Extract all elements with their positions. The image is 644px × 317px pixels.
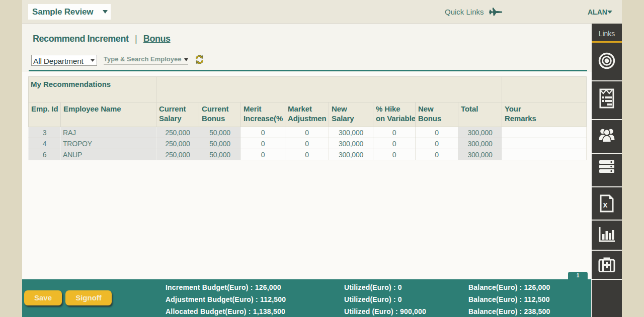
svg-text:x: x [603, 200, 608, 209]
